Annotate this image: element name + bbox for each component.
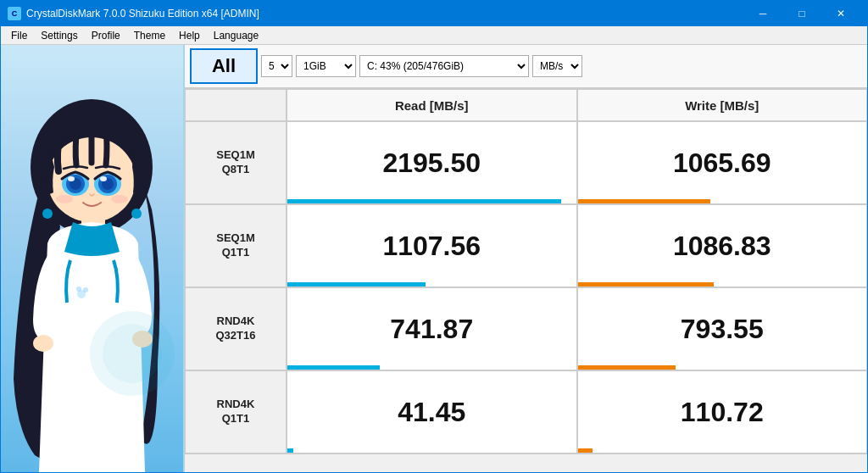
row-1-label: SEQ1M Q1T1: [185, 204, 287, 287]
runs-select[interactable]: 5 1 3 9: [261, 55, 292, 77]
menu-help[interactable]: Help: [172, 26, 207, 45]
svg-point-15: [42, 209, 53, 219]
row-3-read: 41.45: [287, 370, 577, 454]
row-0-write-bar: [578, 199, 711, 203]
row-1-read-bar: [287, 282, 426, 287]
row-0-write: 1065.69: [577, 121, 868, 204]
svg-point-21: [103, 324, 162, 383]
unit-select[interactable]: MB/s GB/s IOPS μs: [532, 55, 582, 77]
row-2-read: 741.87: [287, 287, 577, 370]
menu-settings[interactable]: Settings: [34, 26, 84, 45]
svg-point-14: [111, 195, 128, 203]
toolbar: All 5 1 3 9 1GiB 512MiB 256MiB C: 43% (2…: [185, 45, 867, 88]
menu-profile[interactable]: Profile: [85, 26, 127, 45]
write-header: Write [MB/s]: [577, 89, 868, 121]
results-grid: Read [MB/s] Write [MB/s] SEQ1M Q8T1 2195…: [185, 88, 867, 472]
menu-theme[interactable]: Theme: [127, 26, 172, 45]
row-3-read-bar: [287, 448, 293, 453]
row-1-write: 1086.83: [577, 204, 868, 287]
svg-point-19: [83, 287, 88, 292]
maximize-button[interactable]: □: [782, 1, 821, 26]
row-2-read-bar: [287, 365, 380, 370]
row-1-read: 1107.56: [287, 204, 577, 287]
svg-point-8: [68, 176, 75, 181]
main-content: All 5 1 3 9 1GiB 512MiB 256MiB C: 43% (2…: [1, 45, 867, 472]
svg-point-18: [76, 287, 81, 292]
results-panel: All 5 1 3 9 1GiB 512MiB 256MiB C: 43% (2…: [183, 45, 867, 472]
all-button[interactable]: All: [190, 48, 258, 84]
row-0-label: SEQ1M Q8T1: [185, 121, 287, 204]
title-bar: C CrystalDiskMark 7.0.0 Shizuku Edition …: [1, 1, 867, 26]
svg-point-13: [56, 195, 73, 203]
window-controls: ─ □ ✕: [743, 1, 860, 26]
drive-select[interactable]: C: 43% (205/476GiB): [359, 55, 529, 77]
row-2-write: 793.55: [577, 287, 868, 370]
row-0-read-bar: [287, 199, 561, 203]
read-header: Read [MB/s]: [287, 89, 577, 121]
row-3-write: 110.72: [577, 370, 868, 454]
close-button[interactable]: ✕: [821, 1, 860, 26]
menu-language[interactable]: Language: [207, 26, 265, 45]
menu-file[interactable]: File: [4, 26, 34, 45]
window-title: CrystalDiskMark 7.0.0 Shizuku Edition x6…: [26, 8, 743, 19]
row-3-label: RND4K Q1T1: [185, 370, 287, 454]
main-window: C CrystalDiskMark 7.0.0 Shizuku Edition …: [0, 0, 868, 473]
svg-point-12: [100, 176, 107, 181]
menu-bar: File Settings Profile Theme Help Languag…: [1, 26, 867, 45]
corner-cell: [185, 89, 287, 121]
row-2-write-bar: [578, 365, 676, 370]
row-1-write-bar: [578, 282, 714, 287]
status-bar: [185, 454, 867, 472]
svg-point-16: [131, 209, 142, 219]
row-2-label: RND4K Q32T16: [185, 287, 287, 370]
size-select[interactable]: 1GiB 512MiB 256MiB: [296, 55, 356, 77]
svg-point-2: [33, 335, 53, 352]
character-panel: [1, 45, 183, 472]
character-image: [1, 57, 183, 472]
minimize-button[interactable]: ─: [743, 1, 782, 26]
row-0-read: 2195.50: [287, 121, 577, 204]
app-icon: C: [8, 7, 21, 20]
row-3-write-bar: [578, 448, 593, 453]
